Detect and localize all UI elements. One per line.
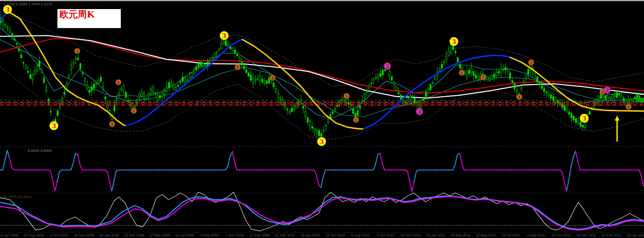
svg-text:0.0010 3.0000: 0.0010 3.0000: [28, 148, 52, 153]
svg-text:15 Apr 2012: 15 Apr 2012: [627, 233, 644, 237]
svg-text:27 Dec 2009: 27 Dec 2009: [250, 233, 270, 237]
svg-text:1: 1: [518, 95, 521, 99]
svg-text:4 Sep 2011: 4 Sep 2011: [527, 233, 545, 237]
svg-text:30.4575 26.9616: 30.4575 26.9616: [3, 195, 31, 199]
chart-title-label[interactable]: 欧元周K: [57, 9, 121, 28]
svg-text:3: 3: [222, 32, 227, 40]
svg-text:3: 3: [582, 114, 587, 122]
svg-text:1: 1: [236, 65, 239, 70]
svg-text:8 Aug 2010: 8 Aug 2010: [351, 233, 370, 237]
svg-text:12 Jul 2009: 12 Jul 2009: [175, 233, 194, 237]
trading-chart-window: 1.2243 1.2293 1.2084 1.22120.0010 3.0000…: [0, 0, 644, 238]
svg-text:20 Mar 2011: 20 Mar 2011: [451, 233, 471, 237]
svg-text:1 Nov 2009: 1 Nov 2009: [226, 233, 244, 237]
svg-text:30 Nov 2008: 30 Nov 2008: [74, 233, 94, 237]
svg-text:1: 1: [482, 76, 485, 80]
toolbar-edge: [0, 0, 644, 1]
svg-text:15 Jun 2008: 15 Jun 2008: [0, 233, 19, 237]
svg-text:17 May 2009: 17 May 2009: [149, 233, 170, 237]
svg-text:3: 3: [319, 138, 324, 145]
price-tag: [636, 98, 644, 102]
svg-text:3: 3: [51, 122, 56, 130]
svg-text:1: 1: [117, 80, 120, 85]
svg-text:18 Apr 2010: 18 Apr 2010: [301, 233, 320, 237]
svg-text:1: 1: [530, 60, 533, 65]
svg-text:10 Jul 2011: 10 Jul 2011: [502, 233, 520, 237]
svg-text:1: 1: [111, 122, 114, 127]
svg-text:23 Jan 2011: 23 Jan 2011: [426, 233, 445, 237]
svg-text:5 Oct 2008: 5 Oct 2008: [50, 233, 68, 237]
svg-text:2: 2: [606, 88, 609, 93]
svg-text:1: 1: [133, 109, 135, 113]
svg-text:1: 1: [76, 49, 79, 53]
svg-text:2: 2: [386, 64, 389, 69]
svg-text:3: 3: [5, 6, 10, 13]
svg-text:25 Jan 2009: 25 Jan 2009: [99, 233, 119, 237]
svg-text:13 Jun 2010: 13 Jun 2010: [325, 233, 345, 237]
svg-text:2: 2: [418, 109, 421, 114]
svg-text:21 Feb 2010: 21 Feb 2010: [275, 233, 295, 237]
svg-text:1: 1: [271, 76, 274, 80]
svg-text:1: 1: [355, 118, 358, 122]
svg-text:22 Mar 2009: 22 Mar 2009: [124, 233, 145, 237]
svg-text:1.2243 1.2293 1.2084 1.2212: 1.2243 1.2293 1.2084 1.2212: [3, 2, 52, 6]
svg-text:1: 1: [461, 71, 463, 75]
svg-text:6 Sep 2009: 6 Sep 2009: [200, 233, 219, 237]
svg-text:15 May 2011: 15 May 2011: [476, 233, 496, 237]
svg-text:19 Feb 2012: 19 Feb 2012: [601, 233, 621, 237]
svg-text:30 Oct 2011: 30 Oct 2011: [552, 233, 571, 237]
svg-text:25 Dec 2011: 25 Dec 2011: [576, 233, 596, 237]
svg-text:10 Aug 2008: 10 Aug 2008: [24, 233, 44, 237]
svg-text:1: 1: [345, 94, 348, 98]
svg-text:1: 1: [627, 105, 630, 109]
chart-canvas[interactable]: 1.2243 1.2293 1.2084 1.22120.0010 3.0000…: [0, 0, 644, 238]
svg-text:1: 1: [601, 90, 604, 94]
chart-title-text: 欧元周K: [57, 9, 121, 19]
svg-text:28 Nov 2010: 28 Nov 2010: [400, 233, 421, 237]
svg-text:3 Oct 2010: 3 Oct 2010: [377, 233, 394, 237]
svg-text:3: 3: [452, 38, 456, 45]
